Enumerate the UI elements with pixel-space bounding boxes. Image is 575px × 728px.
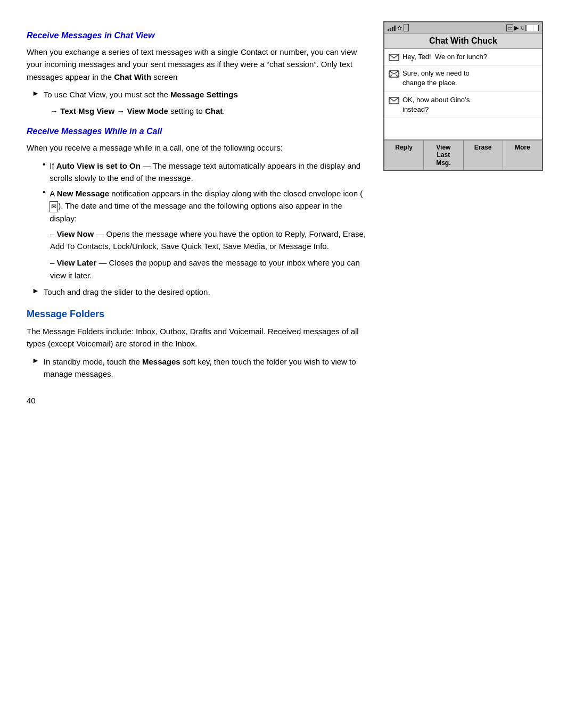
new-message-bullet: • A New Message notification appears in …	[43, 187, 367, 225]
status-left: ✫	[388, 24, 409, 31]
call-body: When you receive a message while in a ca…	[27, 142, 367, 154]
chat-message-1: Hey, Ted! We on for lunch?	[384, 49, 542, 65]
chat-icon-2	[389, 70, 399, 78]
status-right: ▭ ▶ ♫ ███	[506, 24, 539, 31]
view-now-dash: – View Now — Opens the message where you…	[27, 228, 367, 253]
bullet-arrow-icon: ►	[32, 89, 39, 97]
signal-bar-2	[390, 28, 391, 31]
bullet-arrow-icon-2: ►	[32, 286, 39, 295]
bullet-arrow-icon-3: ►	[32, 356, 39, 365]
chat-text-3: OK, how about Gino’sinstead?	[402, 95, 470, 114]
status-icon-box	[404, 24, 409, 31]
phone-mockup: ✫ ▭ ▶ ♫ ███ Chat With Chuck	[383, 21, 543, 171]
phone-status-bar: ✫ ▭ ▶ ♫ ███	[384, 22, 542, 34]
section-message-folders: Message Folders The Message Folders incl…	[27, 309, 367, 380]
phone-bottom-bar: Reply ViewLastMsg. Erase More	[384, 139, 542, 170]
status-icon-play: ▶	[514, 24, 519, 31]
sub-bullet-dot-2: •	[43, 187, 45, 196]
phone-title-bar: Chat With Chuck	[384, 34, 542, 49]
chat-text-2: Sure, only we need tochange the place.	[402, 69, 470, 88]
phone-btn-erase[interactable]: Erase	[464, 140, 503, 170]
chat-spacer	[384, 118, 542, 139]
chat-text-1: Hey, Ted! We on for lunch?	[402, 52, 487, 62]
status-icon-music: ♫	[520, 24, 524, 31]
svg-line-3	[394, 71, 399, 74]
phone-mockup-container: ✫ ▭ ▶ ♫ ███ Chat With Chuck	[383, 21, 548, 171]
chat-view-body: When you exchange a series of text messa…	[27, 46, 367, 83]
auto-view-bullet: • If Auto View is set to On — The messag…	[43, 160, 367, 185]
phone-btn-view-last[interactable]: ViewLastMsg.	[424, 140, 463, 170]
view-later-dash: – View Later — Closes the popup and save…	[27, 257, 367, 282]
phone-btn-more[interactable]: More	[503, 140, 542, 170]
signal-bar-1	[388, 29, 389, 31]
envelope-icon: ✉	[50, 201, 58, 212]
svg-line-2	[389, 71, 394, 74]
section-messages-in-call-heading: Receive Messages While in a Call	[27, 127, 367, 136]
status-battery: ███	[525, 25, 539, 31]
status-icon-rect: ▭	[506, 24, 513, 31]
chat-icon-1	[389, 53, 399, 62]
section-chat-view-heading: Receive Messages in Chat View	[27, 31, 367, 40]
page-number: 40	[27, 396, 367, 405]
left-column: Receive Messages in Chat View When you e…	[27, 21, 367, 405]
chat-message-3: OK, how about Gino’sinstead?	[384, 92, 542, 118]
signal-bar-3	[392, 27, 393, 31]
phone-chat-area: Hey, Ted! We on for lunch?	[384, 49, 542, 139]
arrow-setting-text: → Text Msg View → View Mode setting to C…	[27, 105, 367, 117]
standby-bullet: ► In standby mode, touch the Messages so…	[27, 355, 367, 380]
signal-bars	[388, 24, 396, 31]
chat-view-bullet1: ► To use Chat View, you must set the Mes…	[27, 88, 367, 101]
section-messages-in-call: Receive Messages While in a Call When yo…	[27, 127, 367, 298]
sub-bullet-dot-1: •	[43, 160, 45, 169]
phone-btn-reply[interactable]: Reply	[384, 140, 424, 170]
chat-message-2: Sure, only we need tochange the place.	[384, 65, 542, 92]
signal-bar-4	[394, 26, 396, 31]
section-chat-view: Receive Messages in Chat View When you e…	[27, 31, 367, 117]
status-icon-settings: ✫	[397, 24, 402, 31]
chat-icon-3	[389, 96, 399, 105]
folders-body: The Message Folders include: Inbox, Outb…	[27, 325, 367, 350]
slider-bullet: ► Touch and drag the slider to the desir…	[27, 286, 367, 298]
section-message-folders-heading: Message Folders	[27, 309, 367, 320]
